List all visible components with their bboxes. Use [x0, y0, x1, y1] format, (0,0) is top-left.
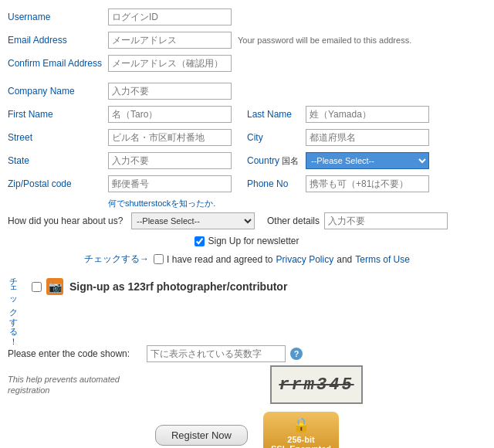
shutterstock-link[interactable]: 何でshutterstockを知ったか. — [108, 198, 486, 209]
zip-input[interactable] — [108, 175, 232, 192]
username-row: Username — [8, 8, 486, 26]
code-row: Please enter the code shown: ? — [8, 345, 486, 362]
newsletter-label: Sign Up for newsletter — [208, 236, 299, 246]
company-input[interactable] — [108, 83, 232, 100]
company-row: Company Name — [8, 82, 486, 100]
company-label: Company Name — [8, 86, 108, 97]
other-label: Other details — [267, 216, 320, 226]
zip-label: Zip/Postal code — [8, 178, 108, 189]
vertical-text: チェックする！ — [8, 272, 19, 341]
captcha-row: This help prevents automated registratio… — [8, 365, 486, 404]
photographer-label: Sign-up as 123rf photographer/contributo… — [69, 280, 287, 293]
camera-icon: 📷 — [46, 278, 63, 295]
photographer-section: チェックする！ 📷 Sign-up as 123rf photographer/… — [8, 272, 486, 341]
state-input[interactable] — [108, 152, 232, 169]
how-row: How did you hear about us? --Please Sele… — [8, 212, 486, 229]
street-label: Street — [8, 132, 108, 143]
confirm-email-label: Confirm Email Address — [8, 58, 108, 69]
bottom-row: Register Now 🔒 256-bit SSL Encrypted — [8, 412, 486, 448]
street-row: Street City — [8, 128, 486, 147]
lock-icon: 🔒 — [271, 416, 331, 433]
terms-check-text: チェックする→ — [84, 253, 149, 266]
photographer-row: 📷 Sign-up as 123rf photographer/contribu… — [32, 278, 486, 295]
confirm-email-row: Confirm Email Address — [8, 54, 486, 73]
how-label: How did you hear about us? — [8, 216, 131, 226]
phone-label: Phone No — [247, 178, 301, 189]
privacy-link[interactable]: Privacy Policy — [276, 254, 334, 265]
phone-group: Phone No — [247, 175, 429, 192]
firstname-label: First Name — [8, 109, 108, 120]
terms-text: I have read and agreed to — [167, 254, 272, 265]
captcha-image: rrm345 — [270, 365, 363, 404]
email-hint: Your password will be emailed to this ad… — [238, 36, 411, 45]
country-group: Country 国名 --Please Select-- — [247, 152, 429, 169]
and-text: and — [337, 254, 352, 265]
country-label: Country 国名 — [247, 155, 301, 167]
lastname-group: Last Name — [247, 106, 429, 123]
how-select[interactable]: --Please Select-- — [131, 212, 255, 229]
terms-row: チェックする→ I have read and agreed to Privac… — [8, 253, 486, 266]
firstname-input[interactable] — [108, 106, 232, 123]
photographer-content: 📷 Sign-up as 123rf photographer/contribu… — [24, 272, 486, 303]
lastname-label: Last Name — [247, 109, 301, 120]
confirm-email-input[interactable] — [108, 55, 232, 72]
email-label: Email Address — [8, 35, 108, 46]
country-select[interactable]: --Please Select-- — [306, 152, 429, 169]
username-label: Username — [8, 12, 108, 22]
email-input[interactable] — [108, 32, 232, 49]
code-section: Please enter the code shown: ? This help… — [8, 345, 486, 404]
state-row: State Country 国名 --Please Select-- — [8, 151, 486, 170]
newsletter-row: Sign Up for newsletter — [8, 236, 486, 246]
other-input[interactable] — [324, 212, 448, 229]
state-label: State — [8, 155, 108, 166]
city-label: City — [247, 132, 301, 143]
phone-input[interactable] — [306, 175, 429, 192]
prevent-text: This help prevents automated registratio… — [8, 374, 131, 396]
email-row: Email Address Your password will be emai… — [8, 31, 486, 49]
captcha-input[interactable] — [147, 345, 286, 362]
newsletter-checkbox[interactable] — [195, 236, 205, 246]
username-input[interactable] — [108, 8, 232, 25]
city-group: City — [247, 129, 429, 146]
terms-checkbox[interactable] — [154, 254, 164, 264]
registration-form: Username Email Address Your password wil… — [8, 8, 486, 448]
lastname-input[interactable] — [306, 106, 429, 123]
city-input[interactable] — [306, 129, 429, 146]
zip-row: Zip/Postal code Phone No — [8, 175, 486, 193]
code-label: Please enter the code shown: — [8, 348, 147, 359]
photographer-checkbox[interactable] — [32, 282, 42, 292]
ssl-badge: 🔒 256-bit SSL Encrypted — [263, 412, 339, 448]
register-button[interactable]: Register Now — [155, 425, 248, 446]
help-icon[interactable]: ? — [290, 348, 303, 360]
name-row: First Name Last Name — [8, 105, 486, 124]
street-input[interactable] — [108, 129, 232, 146]
terms-link[interactable]: Terms of Use — [355, 254, 410, 265]
